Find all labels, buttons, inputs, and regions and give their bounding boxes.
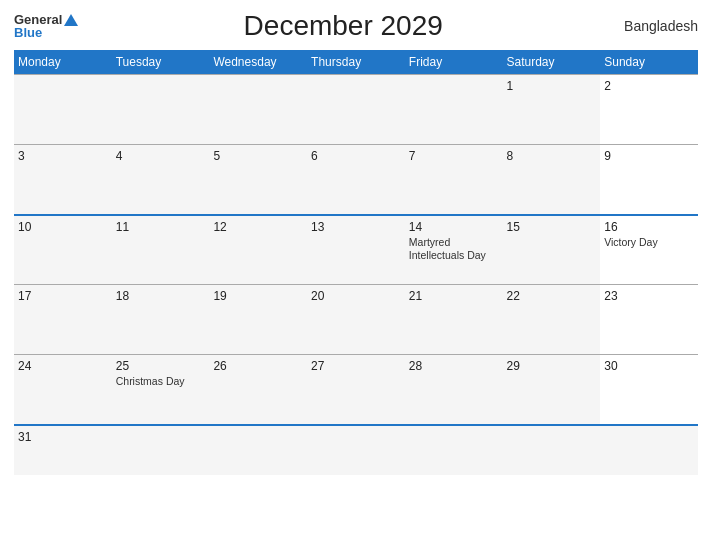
calendar-table: MondayTuesdayWednesdayThursdayFridaySatu… <box>14 50 698 475</box>
calendar-cell <box>112 425 210 475</box>
calendar-cell <box>112 75 210 145</box>
calendar-cell <box>209 75 307 145</box>
calendar-header: General Blue December 2029 Bangladesh <box>14 10 698 42</box>
calendar-cell <box>307 75 405 145</box>
cell-date-number: 12 <box>213 220 303 234</box>
cell-date-number: 18 <box>116 289 206 303</box>
calendar-cell: 30 <box>600 355 698 425</box>
calendar-cell: 18 <box>112 285 210 355</box>
cell-date-number: 15 <box>507 220 597 234</box>
calendar-cell: 7 <box>405 145 503 215</box>
cell-date-number: 26 <box>213 359 303 373</box>
cell-date-number: 10 <box>18 220 108 234</box>
calendar-cell: 26 <box>209 355 307 425</box>
weekday-saturday: Saturday <box>503 50 601 75</box>
calendar-cell: 23 <box>600 285 698 355</box>
cell-date-number: 7 <box>409 149 499 163</box>
calendar-cell <box>503 425 601 475</box>
weekday-wednesday: Wednesday <box>209 50 307 75</box>
cell-date-number: 28 <box>409 359 499 373</box>
calendar-cell: 12 <box>209 215 307 285</box>
cell-date-number: 8 <box>507 149 597 163</box>
calendar-cell: 17 <box>14 285 112 355</box>
calendar-week-6: 31 <box>14 425 698 475</box>
cell-date-number: 13 <box>311 220 401 234</box>
calendar-cell: 27 <box>307 355 405 425</box>
calendar-week-2: 3456789 <box>14 145 698 215</box>
calendar-cell <box>209 425 307 475</box>
cell-date-number: 3 <box>18 149 108 163</box>
cell-date-number: 22 <box>507 289 597 303</box>
calendar-cell: 11 <box>112 215 210 285</box>
calendar-cell: 8 <box>503 145 601 215</box>
weekday-sunday: Sunday <box>600 50 698 75</box>
calendar-cell: 4 <box>112 145 210 215</box>
calendar-cell <box>405 425 503 475</box>
logo-blue-text: Blue <box>14 26 42 39</box>
calendar-cell: 3 <box>14 145 112 215</box>
calendar-cell <box>600 425 698 475</box>
calendar-week-1: 12 <box>14 75 698 145</box>
calendar-cell: 19 <box>209 285 307 355</box>
logo-triangle-icon <box>64 14 78 26</box>
calendar-cell: 15 <box>503 215 601 285</box>
calendar-wrapper: General Blue December 2029 Bangladesh Mo… <box>0 0 712 550</box>
cell-date-number: 2 <box>604 79 694 93</box>
country-label: Bangladesh <box>608 18 698 34</box>
calendar-cell: 10 <box>14 215 112 285</box>
cell-date-number: 30 <box>604 359 694 373</box>
calendar-cell: 5 <box>209 145 307 215</box>
weekday-header-row: MondayTuesdayWednesdayThursdayFridaySatu… <box>14 50 698 75</box>
month-title: December 2029 <box>78 10 608 42</box>
cell-date-number: 4 <box>116 149 206 163</box>
calendar-cell: 21 <box>405 285 503 355</box>
weekday-friday: Friday <box>405 50 503 75</box>
calendar-cell: 31 <box>14 425 112 475</box>
logo-general-text: General <box>14 13 78 27</box>
calendar-cell <box>14 75 112 145</box>
calendar-header-row: MondayTuesdayWednesdayThursdayFridaySatu… <box>14 50 698 75</box>
weekday-thursday: Thursday <box>307 50 405 75</box>
calendar-cell: 1 <box>503 75 601 145</box>
cell-date-number: 23 <box>604 289 694 303</box>
calendar-cell: 25Christmas Day <box>112 355 210 425</box>
weekday-tuesday: Tuesday <box>112 50 210 75</box>
calendar-cell: 2 <box>600 75 698 145</box>
cell-date-number: 17 <box>18 289 108 303</box>
cell-event-label: Martyred Intellectuals Day <box>409 236 499 263</box>
cell-date-number: 25 <box>116 359 206 373</box>
calendar-week-4: 17181920212223 <box>14 285 698 355</box>
calendar-cell: 6 <box>307 145 405 215</box>
logo: General Blue <box>14 13 78 40</box>
cell-date-number: 21 <box>409 289 499 303</box>
cell-date-number: 16 <box>604 220 694 234</box>
cell-date-number: 14 <box>409 220 499 234</box>
calendar-cell: 16Victory Day <box>600 215 698 285</box>
cell-date-number: 11 <box>116 220 206 234</box>
calendar-week-5: 2425Christmas Day2627282930 <box>14 355 698 425</box>
weekday-monday: Monday <box>14 50 112 75</box>
calendar-week-3: 1011121314Martyred Intellectuals Day1516… <box>14 215 698 285</box>
calendar-cell: 28 <box>405 355 503 425</box>
calendar-body: 1234567891011121314Martyred Intellectual… <box>14 75 698 475</box>
calendar-cell: 22 <box>503 285 601 355</box>
cell-date-number: 6 <box>311 149 401 163</box>
cell-date-number: 31 <box>18 430 108 444</box>
cell-date-number: 24 <box>18 359 108 373</box>
cell-date-number: 29 <box>507 359 597 373</box>
cell-date-number: 19 <box>213 289 303 303</box>
cell-date-number: 27 <box>311 359 401 373</box>
cell-date-number: 9 <box>604 149 694 163</box>
calendar-cell: 13 <box>307 215 405 285</box>
cell-event-label: Christmas Day <box>116 375 206 389</box>
cell-date-number: 20 <box>311 289 401 303</box>
cell-date-number: 5 <box>213 149 303 163</box>
calendar-cell: 20 <box>307 285 405 355</box>
cell-event-label: Victory Day <box>604 236 694 250</box>
calendar-cell <box>307 425 405 475</box>
cell-date-number: 1 <box>507 79 597 93</box>
calendar-cell: 14Martyred Intellectuals Day <box>405 215 503 285</box>
calendar-cell: 24 <box>14 355 112 425</box>
calendar-cell <box>405 75 503 145</box>
calendar-cell: 9 <box>600 145 698 215</box>
